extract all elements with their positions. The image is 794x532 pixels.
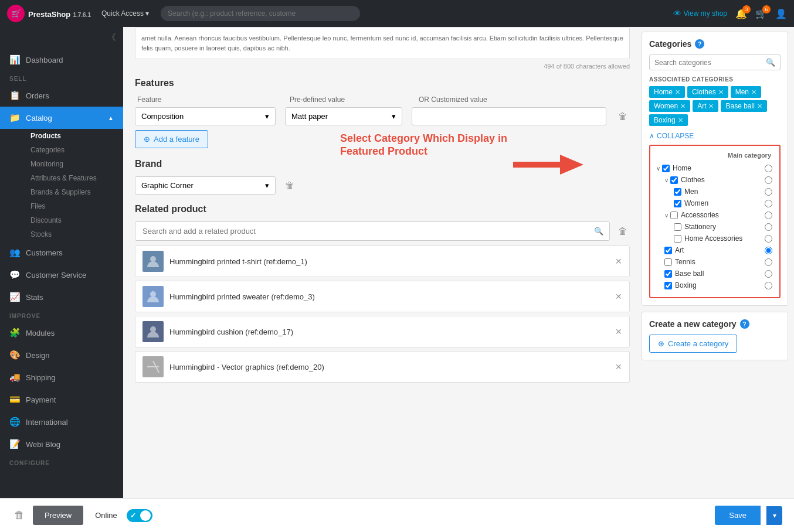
expand-clothes[interactable]: ∨ xyxy=(664,177,669,183)
cart-icon[interactable]: 🛒 6 xyxy=(755,8,767,19)
radio-tennis[interactable] xyxy=(765,258,772,266)
remove-men-tag[interactable]: ✕ xyxy=(751,88,756,96)
sidebar-item-international[interactable]: 🌐 International xyxy=(0,411,123,433)
remove-baseball-tag[interactable]: ✕ xyxy=(757,103,762,110)
notifications-icon[interactable]: 🔔 3 xyxy=(735,8,747,19)
brand-row: Graphic Corner ▾ 🗑 xyxy=(135,176,630,195)
related-search-icon[interactable]: 🔍 xyxy=(588,222,609,240)
sidebar-item-catalog[interactable]: 📁 Catalog ▲ xyxy=(0,107,123,129)
related-remove-2[interactable]: ✕ xyxy=(615,292,622,301)
submenu-categories[interactable]: Categories xyxy=(26,143,123,157)
radio-home-accessories[interactable] xyxy=(765,235,772,243)
save-button[interactable]: Save xyxy=(715,506,761,525)
submenu-products[interactable]: Products xyxy=(26,129,123,143)
checkbox-boxing[interactable] xyxy=(664,282,672,289)
view-shop-button[interactable]: 👁 View my shop xyxy=(673,9,727,18)
plus-icon: ⊕ xyxy=(144,135,150,144)
feature-delete-button[interactable]: 🗑 xyxy=(616,109,630,124)
radio-art[interactable] xyxy=(765,247,772,254)
sidebar-collapse-button[interactable]: 《 xyxy=(0,27,123,49)
remove-boxing-tag[interactable]: ✕ xyxy=(678,117,683,124)
brand-select[interactable]: Graphic Corner ▾ xyxy=(135,176,276,195)
sidebar-item-webi-blog[interactable]: 📝 Webi Blog xyxy=(0,433,123,455)
categories-help-icon[interactable]: ? xyxy=(695,39,704,49)
create-cat-icon: ⊕ xyxy=(658,339,664,348)
related-name-2: Hummingbird printed sweater (ref:demo_3) xyxy=(169,292,609,301)
checkbox-tennis[interactable] xyxy=(664,258,672,266)
checkbox-women[interactable] xyxy=(674,200,681,207)
expand-accessories[interactable]: ∨ xyxy=(664,212,669,219)
user-avatar[interactable]: 👤 xyxy=(775,8,787,19)
radio-men[interactable] xyxy=(765,188,772,196)
related-search-input[interactable] xyxy=(135,222,588,240)
remove-clothes-tag[interactable]: ✕ xyxy=(718,88,724,96)
category-search[interactable]: 🔍 xyxy=(649,54,781,70)
quick-access-button[interactable]: Quick Access ▾ xyxy=(101,9,149,18)
sidebar-item-dashboard[interactable]: 📊 Dashboard xyxy=(0,49,123,71)
checkbox-home[interactable] xyxy=(662,165,670,172)
sidebar-item-design[interactable]: 🎨 Design xyxy=(0,344,123,366)
global-search[interactable] xyxy=(161,6,360,21)
char-count-label: 494 of 800 characters allowed xyxy=(135,63,630,70)
submenu-stocks[interactable]: Stocks xyxy=(26,227,123,241)
category-search-input[interactable] xyxy=(654,59,762,67)
feature-predefined-select[interactable]: Matt paper ▾ xyxy=(285,107,402,125)
sidebar-item-orders[interactable]: 📋 Orders xyxy=(0,84,123,107)
submenu-brands[interactable]: Brands & Suppliers xyxy=(26,185,123,199)
submenu-attributes[interactable]: Attributes & Features xyxy=(26,171,123,185)
categories-panel-title: Categories ? xyxy=(649,39,781,49)
remove-home-tag[interactable]: ✕ xyxy=(675,88,680,96)
modules-icon: 🧩 xyxy=(9,328,20,338)
radio-home[interactable] xyxy=(765,165,772,172)
create-category-button[interactable]: ⊕ Create a category xyxy=(649,335,737,353)
submenu-monitoring[interactable]: Monitoring xyxy=(26,157,123,171)
search-input[interactable] xyxy=(161,6,360,21)
preview-button[interactable]: Preview xyxy=(33,506,83,525)
content-area: amet nulla. Aenean rhoncus faucibus vest… xyxy=(123,27,642,498)
radio-clothes[interactable] xyxy=(765,176,772,184)
expand-home[interactable]: ∨ xyxy=(656,165,660,172)
radio-women[interactable] xyxy=(765,200,772,207)
remove-women-tag[interactable]: ✕ xyxy=(680,103,686,110)
radio-boxing[interactable] xyxy=(765,282,772,289)
brand-delete-button[interactable]: 🗑 xyxy=(283,178,297,193)
app-version: 1.7.6.1 xyxy=(73,12,91,18)
radio-baseball[interactable] xyxy=(765,270,772,278)
sidebar-item-shipping[interactable]: 🚚 Shipping xyxy=(0,366,123,388)
sidebar-item-customer-service[interactable]: 💬 Customer Service xyxy=(0,264,123,286)
radio-accessories[interactable] xyxy=(765,212,772,219)
radio-stationery[interactable] xyxy=(765,223,772,231)
toggle-switch[interactable]: ✓ xyxy=(127,509,152,522)
remove-art-tag[interactable]: ✕ xyxy=(708,103,714,110)
collapse-button[interactable]: ∧ COLLAPSE xyxy=(649,132,781,140)
sidebar-item-customers[interactable]: 👥 Customers xyxy=(0,241,123,264)
delete-product-button[interactable]: 🗑 xyxy=(12,507,27,524)
add-feature-button[interactable]: ⊕ Add a feature xyxy=(135,130,208,148)
cat-item-baseball: Base ball xyxy=(656,268,773,279)
submenu-files[interactable]: Files xyxy=(26,199,123,213)
save-split-button[interactable]: ▾ xyxy=(766,506,782,525)
related-thumb-1 xyxy=(142,251,164,272)
related-remove-1[interactable]: ✕ xyxy=(615,257,622,266)
checkbox-clothes[interactable] xyxy=(670,176,678,184)
sidebar-item-modules[interactable]: 🧩 Modules xyxy=(0,322,123,344)
related-remove-4[interactable]: ✕ xyxy=(615,362,622,371)
sidebar-item-stats[interactable]: 📈 Stats xyxy=(0,286,123,308)
related-thumb-2 xyxy=(142,286,164,307)
related-delete-all-button[interactable]: 🗑 xyxy=(616,224,630,239)
checkbox-stationery[interactable] xyxy=(674,223,681,231)
checkbox-art[interactable] xyxy=(664,247,672,254)
checkbox-men[interactable] xyxy=(674,188,681,196)
feature-custom-input[interactable] xyxy=(412,107,606,125)
feature-select[interactable]: Composition ▾ xyxy=(135,107,276,125)
create-cat-help-icon[interactable]: ? xyxy=(740,319,749,329)
related-search-field[interactable]: 🔍 xyxy=(135,221,610,241)
checkbox-home-accessories[interactable] xyxy=(674,235,681,243)
checkbox-accessories[interactable] xyxy=(670,212,678,219)
sidebar-section-sell: SELL xyxy=(0,71,123,84)
sidebar-item-payment[interactable]: 💳 Payment xyxy=(0,388,123,411)
online-toggle[interactable]: ✓ xyxy=(127,509,152,522)
related-remove-3[interactable]: ✕ xyxy=(615,327,622,336)
checkbox-baseball[interactable] xyxy=(664,270,672,278)
submenu-discounts[interactable]: Discounts xyxy=(26,213,123,227)
